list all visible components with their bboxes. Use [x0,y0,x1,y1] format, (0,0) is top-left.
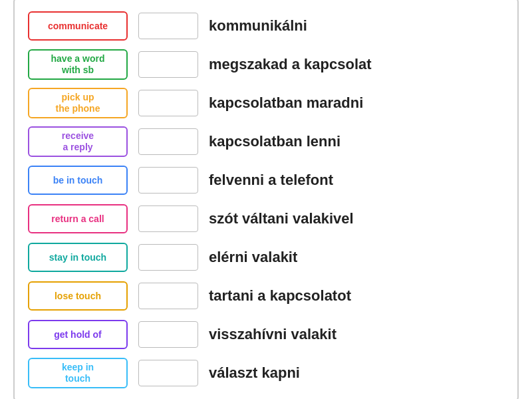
row-communicate: communicatekommunikálni [28,9,504,43]
hungarian-text-pick-up-phone: kapcsolatban maradni [209,94,504,112]
answer-input-keep-in-touch[interactable] [138,360,198,386]
hungarian-text-return-a-call: szót váltani valakivel [209,210,504,227]
phrase-btn-stay-in-touch[interactable]: stay in touch [28,243,128,272]
phrase-btn-get-hold-of[interactable]: get hold of [28,320,128,349]
answer-input-stay-in-touch[interactable] [138,244,198,271]
phrase-btn-keep-in-touch[interactable]: keep in touch [28,358,128,388]
hungarian-text-get-hold-of: visszahívni valakit [209,326,504,343]
row-pick-up-phone: pick up the phonekapcsolatban maradni [28,86,504,120]
phrase-btn-pick-up-phone[interactable]: pick up the phone [28,88,128,118]
answer-input-have-a-word[interactable] [138,51,198,78]
hungarian-text-lose-touch: tartani a kapcsolatot [209,287,504,305]
phrase-btn-return-a-call[interactable]: return a call [28,204,128,233]
hungarian-text-be-in-touch: felvenni a telefont [209,172,504,189]
answer-input-lose-touch[interactable] [138,283,198,309]
phrase-btn-receive-reply[interactable]: receive a reply [28,126,128,157]
answer-input-get-hold-of[interactable] [138,321,198,348]
row-be-in-touch: be in touchfelvenni a telefont [28,163,504,198]
phrase-btn-have-a-word[interactable]: have a word with sb [28,49,128,80]
answer-input-return-a-call[interactable] [138,205,198,232]
answer-input-communicate[interactable] [138,13,198,39]
hungarian-text-receive-reply: kapcsolatban lenni [209,133,504,150]
phrase-btn-communicate[interactable]: communicate [28,11,128,41]
row-return-a-call: return a callszót váltani valakivel [28,201,504,236]
phrase-btn-lose-touch[interactable]: lose touch [28,281,128,311]
hungarian-text-communicate: kommunikálni [209,17,504,35]
answer-input-pick-up-phone[interactable] [138,90,198,116]
row-keep-in-touch: keep in touchválaszt kapni [28,356,504,390]
answer-input-be-in-touch[interactable] [138,167,198,194]
row-have-a-word: have a word with sbmegszakad a kapcsolat [28,47,504,82]
row-get-hold-of: get hold ofvisszahívni valakit [28,317,504,352]
hungarian-text-have-a-word: megszakad a kapcsolat [209,56,504,73]
phrase-btn-be-in-touch[interactable]: be in touch [28,166,128,195]
main-container: communicatekommunikálnihave a word with … [13,0,519,399]
row-lose-touch: lose touchtartani a kapcsolatot [28,279,504,313]
row-stay-in-touch: stay in touchelérni valakit [28,240,504,275]
row-receive-reply: receive a replykapcsolatban lenni [28,124,504,159]
answer-input-receive-reply[interactable] [138,128,198,155]
hungarian-text-keep-in-touch: választ kapni [209,364,504,382]
hungarian-text-stay-in-touch: elérni valakit [209,249,504,266]
